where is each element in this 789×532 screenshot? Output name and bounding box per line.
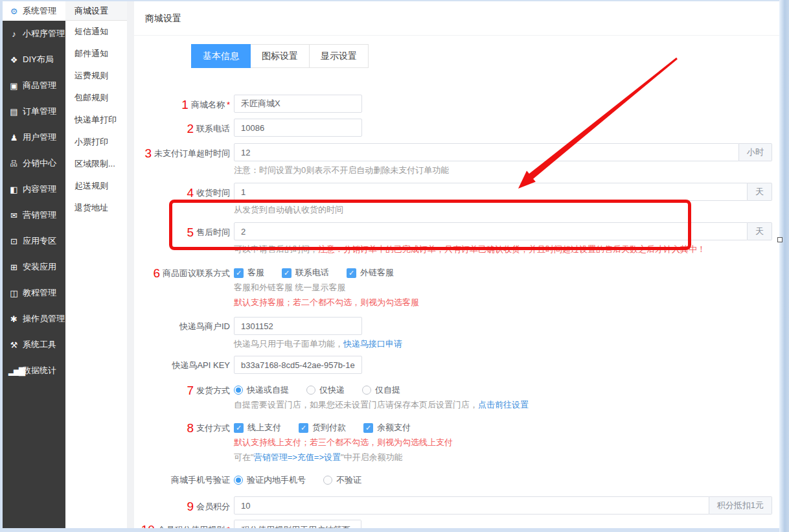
field-note: 自提需要设置门店，如果您还未设置门店请保存本页后设置门店，点击前往设置 [234,399,772,411]
radio-icon [323,476,332,485]
sidebar-item-apps-zone[interactable]: ⊡ 应用专区 [3,228,65,254]
warning-text: 默认支持线上支付；若三个都不勾选，则视为勾选线上支付 [234,437,453,447]
tab-basic-info[interactable]: 基本信息 [191,44,251,68]
warning-text: 默认支持客服；若二个都不勾选，则视为勾选客服 [234,297,419,307]
mall-name-input[interactable] [234,95,362,113]
window-right-edge [779,0,789,532]
required-asterisk: * [227,525,230,528]
annotation-number: 10 [141,524,155,528]
sidebar-item-operators[interactable]: ✱ 操作员管理 [3,306,65,332]
form-row-kdniao-id: 快递鸟商户ID 快递鸟只用于电子面单功能，快递鸟接口申请 [134,317,772,350]
go-to-settings-link[interactable]: 点击前往设置 [478,400,529,410]
annotation-number: 7 [187,384,194,397]
checkbox-contact-phone[interactable]: ✓联系电话 [282,267,329,279]
submenu-item-receipt-print[interactable]: 小票打印 [65,131,127,153]
kdniao-merchant-id-input[interactable] [234,317,362,335]
sidebar-item-content[interactable]: ◧ 内容管理 [3,176,65,202]
sidebar-item-label: 小程序管理 [23,28,65,40]
field-note: 注意：时间设置为0则表示不开启自动删除未支付订单功能 [234,165,772,176]
form-row-phone-verify: 商城手机号验证 验证内地手机号 不验证 [134,470,772,486]
sidebar-item-label: DIY布局 [23,54,54,65]
submenu-item-free-shipping-rules[interactable]: 包邮规则 [65,87,127,109]
checkbox-cod[interactable]: ✓货到付款 [299,422,346,434]
sidebar-item-diy-layout[interactable]: ❖ DIY布局 [3,47,65,73]
miniprogram-icon: ♪ [8,29,19,39]
sidebar-item-marketing[interactable]: ✉ 营销管理 [3,202,65,228]
submenu-item-sms-notify[interactable]: 短信通知 [65,21,127,43]
checkbox-online-pay[interactable]: ✓线上支付 [234,422,281,434]
sidebar-item-tools[interactable]: ⚒ 系统工具 [3,332,65,358]
submenu-item-mall-settings[interactable]: 商城设置 [65,1,127,21]
sidebar-item-label: 系统管理 [23,5,56,17]
radio-selected-icon [234,476,243,485]
form-row-aftersale-time: 5 售后时间 天 可以申请售后的时间，注意：分销订单中的已完成订单，只有订单已确… [134,222,772,255]
sidebar-item-orders[interactable]: ▤ 订单管理 [3,98,65,124]
form-row-unpaid-timeout: 3 未支付订单超时时间 小时 注意：时间设置为0则表示不开启自动删除未支付订单功… [134,143,772,176]
page-title: 商城设置 [134,1,779,36]
sidebar-item-label: 营销管理 [23,209,56,221]
form-row-shipping-method: 7 发货方式 快递或自提 仅快递 仅自提 自提需要设置门店，如果您还未设置门店请… [134,380,772,411]
radio-express-only[interactable]: 仅快递 [306,384,345,396]
checkbox-checked-icon: ✓ [234,423,244,433]
annotation-number: 6 [153,267,160,279]
field-note: 默认支持客服；若二个都不勾选，则视为勾选客服 [234,297,772,308]
form-row-contact-phone: 2 联系电话 [134,119,772,137]
radio-pickup-only[interactable]: 仅自提 [362,384,400,396]
radio-icon [362,386,371,395]
kdniao-api-key-input[interactable] [234,356,362,374]
radio-no-verify[interactable]: 不验证 [323,474,361,486]
settings-tabs: 基本信息 图标设置 显示设置 [191,44,779,68]
radio-icon [306,386,315,395]
points-rules-textarea[interactable]: 积分使用规则用于用户结算页说明显示，为了更好体验字数最好不要超过80字! [234,520,361,528]
sidebar-item-tutorials[interactable]: ◫ 教程管理 [3,280,65,306]
form-row-member-points: 9 会员积分 积分抵扣1元 [134,496,772,515]
submenu-item-express-print[interactable]: 快递单打印 [65,109,127,131]
submenu-item-freight-rules[interactable]: 运费规则 [65,65,127,87]
gear-icon: ⚙ [8,6,19,16]
kdniao-apply-link[interactable]: 快递鸟接口申请 [343,339,402,349]
submenu-item-min-delivery-rules[interactable]: 起送规则 [65,175,127,197]
marketing-recharge-settings-link[interactable]: 营销管理=>充值=>设置 [254,452,341,462]
radio-verify-mainland[interactable]: 验证内地手机号 [234,474,306,486]
checkbox-external-service[interactable]: ✓外链客服 [347,267,394,279]
sidebar-item-users[interactable]: ♟ 用户管理 [3,124,65,150]
basic-info-form: 1 商城名称 * 2 联系电话 3 未支付订单超时时间 小时 [134,95,779,528]
sidebar-item-label: 操作员管理 [23,313,65,325]
sidebar-item-label: 订单管理 [23,106,56,117]
checkbox-checked-icon: ✓ [347,268,356,278]
tab-icon-settings[interactable]: 图标设置 [251,44,310,68]
tutorials-icon: ◫ [8,288,19,298]
unpaid-timeout-input[interactable] [234,143,739,161]
checkbox-checked-icon: ✓ [363,423,373,433]
member-points-input[interactable] [234,496,709,515]
field-note: 默认支持线上支付；若三个都不勾选，则视为勾选线上支付 [234,437,772,448]
sidebar-item-label: 教程管理 [23,287,56,299]
annotation-number: 9 [187,500,194,513]
warning-text: 注意：分销订单中的已完成订单，只有订单已确认收货，并且时间超过设置的售后天数之后… [318,244,705,254]
receive-time-input[interactable] [234,183,748,201]
sidebar-item-miniprogram[interactable]: ♪ 小程序管理 [3,21,65,47]
contact-phone-input[interactable] [234,119,362,137]
radio-express-or-pickup[interactable]: 快递或自提 [234,384,289,396]
submenu-item-region-limit[interactable]: 区域限制... [65,153,127,175]
checkbox-customer-service[interactable]: ✓客服 [234,267,264,279]
checkbox-balance-pay[interactable]: ✓余额支付 [363,422,411,434]
users-icon: ♟ [8,133,19,143]
install-apps-icon: ⊞ [8,262,19,272]
tab-display-settings[interactable]: 显示设置 [310,44,369,68]
sidebar-item-goods[interactable]: ▣ 商品管理 [3,73,65,98]
sidebar-item-distribution[interactable]: 品 分销中心 [3,150,65,176]
distribution-icon: 品 [8,159,19,168]
sidebar-item-label: 商品管理 [23,80,56,91]
sidebar-item-statistics[interactable]: ▂▅▇ 数据统计 [3,358,65,384]
content-icon: ◧ [8,185,19,194]
sidebar-item-system[interactable]: ⚙ 系统管理 [3,1,65,21]
submenu-item-email-notify[interactable]: 邮件通知 [65,43,127,65]
annotation-number: 2 [187,122,194,135]
submenu-item-return-address[interactable]: 退货地址 [65,197,127,219]
diy-layout-icon: ❖ [8,55,19,65]
aftersale-time-input[interactable] [234,222,748,240]
form-row-receive-time: 4 收货时间 天 从发货到自动确认收货的时间 [134,183,772,216]
sidebar-item-install-apps[interactable]: ⊞ 安装应用 [3,254,65,280]
form-row-payment-method: 8 支付方式 ✓线上支付 ✓货到付款 ✓余额支付 默认支持线上支付；若三个都不勾… [134,418,772,463]
